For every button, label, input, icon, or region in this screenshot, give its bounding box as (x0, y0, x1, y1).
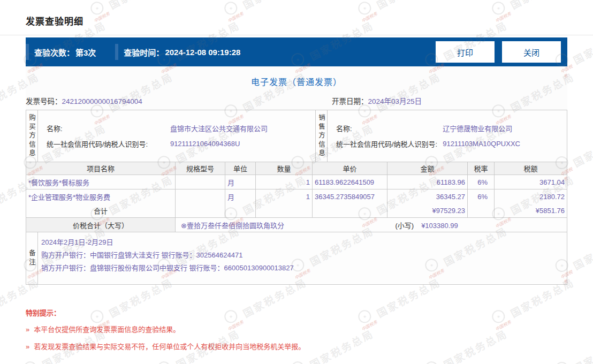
col-header: 税率 (468, 162, 495, 175)
party-section: 购买方信息 名称: 盘锦市大洼区公共交通有限公司 统一社会信用代码/纳税人识别号… (26, 110, 567, 162)
item-price: 36345.2735849057 (313, 189, 387, 203)
check-count: 查验次数： 第3次 (29, 47, 96, 58)
subtotal-empty (468, 203, 495, 217)
item-unit: 月 (225, 189, 256, 203)
buyer-side-label: 购买方信息 (26, 110, 38, 162)
item-spec (176, 189, 225, 203)
subtotal-empty (313, 203, 387, 217)
item-qty: 1 (256, 189, 313, 203)
invoice-number: 发票号码：24212000000016794004 (26, 95, 142, 106)
grand-total-value: ⊗壹拾万叁仟叁佰捌拾圆玖角玖分 (小写)¥103380.99 (176, 218, 568, 232)
item-amount: 36345.27 (387, 189, 468, 203)
col-header: 金额 (387, 162, 468, 175)
check-time-value: 2024-12-08 09:19:28 (165, 48, 240, 57)
item-tax: 3671.04 (495, 175, 567, 189)
bullet-icon: » (26, 325, 29, 333)
notice-item: »若发现发票查验结果与实际交易不符，任何单位或个人有权拒收并向当地税务机关举报。 (26, 341, 593, 351)
item-price: 61183.9622641509 (313, 175, 387, 189)
item-spec (176, 175, 225, 189)
notice-item: »本平台仅提供所查询发票票面信息的查验结果。 (26, 324, 593, 334)
invoice-number-row: 发票号码：24212000000016794004 开票日期：2024年03月2… (26, 93, 567, 107)
notice-text: 若发现发票查验结果与实际交易不符，任何单位或个人有权拒收并向当地税务机关举报。 (34, 343, 305, 351)
seller-id-value: 91211103MA10QPUXXC (443, 140, 568, 148)
page-title: 发票查验明细 (26, 14, 593, 27)
buyer-name-label: 名称: (47, 123, 170, 133)
subtotal-empty (176, 203, 225, 217)
item-row: *餐饮服务*餐标服务 月 1 61183.9622641509 61183.96… (26, 175, 567, 189)
check-count-label: 查验次数： (34, 47, 74, 58)
buyer-info: 名称: 盘锦市大洼区公共交通有限公司 统一社会信用代码/纳税人识别号: 9121… (38, 110, 316, 162)
invoice-table: 购买方信息 名称: 盘锦市大洼区公共交通有限公司 统一社会信用代码/纳税人识别号… (26, 110, 567, 285)
print-button[interactable]: 打印 (436, 41, 495, 63)
tax-emblem-icon: ✶中国税务 (421, 358, 445, 364)
remarks-content: 2024年2月1日-2月29日 购方开户银行：中国银行盘锦大洼支行 银行账号：3… (38, 232, 568, 284)
item-tax-rate: 6% (468, 175, 495, 189)
subtotal-empty (225, 203, 256, 217)
col-header: 税额 (495, 162, 567, 175)
remarks-section: 备注 2024年2月1日-2月29日 购方开户银行：中国银行盘锦大洼支行 银行账… (26, 232, 567, 284)
buyer-name-value: 盘锦市大洼区公共交通有限公司 (170, 123, 315, 133)
check-count-value: 第3次 (75, 47, 96, 58)
invoice-date-value: 2024年03月25日 (368, 97, 422, 105)
item-unit: 月 (225, 175, 256, 189)
special-notice: 特别提示： »本平台仅提供所查询发票票面信息的查验结果。 »若发现发票查验结果与… (26, 307, 593, 351)
amount-in-words: ⊗壹拾万叁仟叁佰捌拾圆玖角玖分 (181, 220, 284, 230)
amount-in-figures: (小写)¥103380.99 (395, 220, 458, 230)
item-name: *餐饮服务*餐标服务 (26, 175, 176, 189)
notice-text: 本平台仅提供所查询发票票面信息的查验结果。 (34, 325, 180, 333)
buyer-name-line: 名称: 盘锦市大洼区公共交通有限公司 (47, 123, 315, 133)
remarks-side-label: 备注 (26, 232, 38, 284)
figures-label: (小写) (395, 222, 414, 230)
seller-info: 名称: 辽宁德晟物业有限公司 统一社会信用代码/纳税人识别号: 91211103… (328, 110, 568, 162)
subtotal-amount: ¥97529.23 (387, 203, 468, 217)
subtotal-row: 合计 ¥97529.23 ¥5851.76 (26, 203, 567, 218)
tax-emblem-icon: ✶中国税务 (154, 358, 178, 364)
item-qty: 1 (256, 175, 313, 189)
invoice-type-title: 电子发票（普通发票） (26, 66, 567, 93)
close-button[interactable]: 关闭 (502, 41, 561, 63)
invoice-panel: 电子发票（普通发票） 发票号码：24212000000016794004 开票日… (26, 66, 567, 285)
subtotal-tax: ¥5851.76 (495, 203, 567, 217)
invoice-date: 开票日期：2024年03月25日 (332, 95, 422, 106)
item-tax: 2180.72 (495, 189, 567, 203)
seller-name-value: 辽宁德晟物业有限公司 (443, 123, 568, 133)
page-header: 发票查验明细 (0, 0, 593, 35)
grand-total-row: 价税合计（大写） ⊗壹拾万叁仟叁佰捌拾圆玖角玖分 (小写)¥103380.99 (26, 218, 567, 232)
invoice-date-label: 开票日期： (332, 97, 368, 105)
col-header: 规格型号 (176, 162, 225, 175)
subtotal-label: 合计 (26, 203, 176, 217)
verification-banner: 查验次数： 第3次 查验时间： 2024-12-08 09:19:28 打印 关… (26, 37, 567, 66)
seller-name-label: 名称: (336, 123, 443, 133)
col-header: 单位 (225, 162, 256, 175)
remarks-line: 销方开户银行：盘锦银行股份有限公司中银支行 银行账号：6600501309000… (41, 262, 568, 275)
items-header-row: 项目名称 规格型号 单位 数量 单价 金额 税率 税额 (26, 162, 567, 175)
item-name: *企业管理服务*物业服务费 (26, 189, 176, 203)
buyer-id-line: 统一社会信用代码/纳税人识别号: 91211121064094368U (47, 139, 315, 149)
tax-emblem-icon: ✶中国税务 (20, 358, 44, 364)
col-header: 项目名称 (26, 162, 176, 175)
item-tax-rate: 6% (468, 189, 495, 203)
check-time: 查验时间： 2024-12-08 09:19:28 (118, 47, 240, 58)
figures-value: ¥103380.99 (421, 222, 458, 230)
col-header: 单价 (313, 162, 387, 175)
check-time-label: 查验时间： (124, 47, 164, 58)
remarks-line: 购方开户银行：中国银行盘锦大洼支行 银行账号：302564624471 (41, 249, 568, 262)
notice-title: 特别提示： (26, 307, 593, 317)
tax-emblem-icon: ✶中国税务 (553, 360, 576, 364)
subtotal-empty (256, 203, 313, 217)
buyer-id-label: 统一社会信用代码/纳税人识别号: (47, 139, 170, 149)
remarks-line: 2024年2月1日-2月29日 (41, 236, 568, 249)
tax-emblem-icon: ✶中国税务 (287, 358, 311, 364)
grand-total-label: 价税合计（大写） (26, 218, 176, 232)
invoice-number-label: 发票号码： (26, 97, 62, 105)
buyer-id-value: 91211121064094368U (170, 140, 315, 148)
item-row: *企业管理服务*物业服务费 月 1 36345.2735849057 36345… (26, 189, 567, 203)
item-amount: 61183.96 (387, 175, 468, 189)
col-header: 数量 (256, 162, 313, 175)
seller-id-line: 统一社会信用代码/纳税人识别号: 91211103MA10QPUXXC (336, 139, 568, 149)
bullet-icon: » (26, 343, 29, 351)
seller-name-line: 名称: 辽宁德晟物业有限公司 (336, 123, 568, 133)
invoice-number-value: 24212000000016794004 (62, 97, 142, 105)
seller-side-label: 销售方信息 (316, 110, 328, 162)
seller-id-label: 统一社会信用代码/纳税人识别号: (336, 139, 443, 149)
